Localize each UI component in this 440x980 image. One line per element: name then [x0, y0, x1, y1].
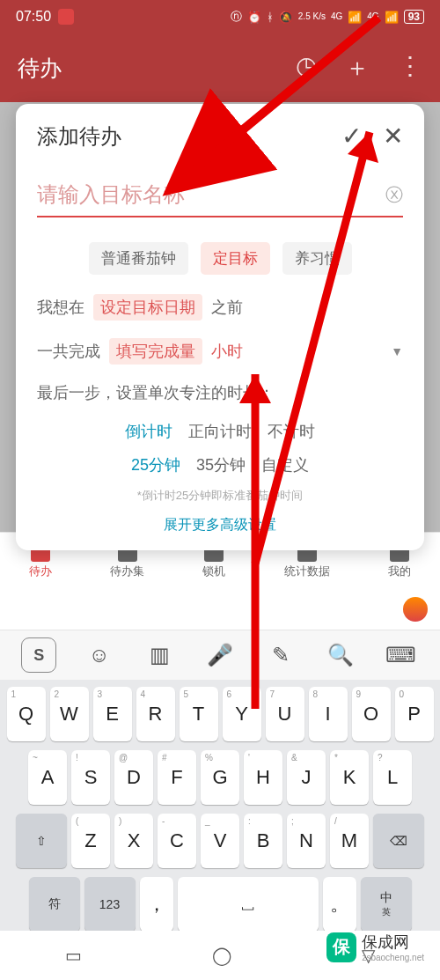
amount-token[interactable]: 填写完成量: [109, 338, 202, 365]
key-symbols[interactable]: 符: [29, 877, 80, 932]
ime-toolbar: S ☺ ▥ 🎤 ✎ 🔍 ⌨: [0, 630, 440, 680]
key-q[interactable]: 1Q: [7, 687, 46, 741]
mode-countup[interactable]: 正向计时: [188, 421, 252, 442]
bluetooth-icon: ᚼ: [267, 11, 274, 24]
key-e[interactable]: 3E: [93, 687, 132, 741]
add-icon[interactable]: ＋: [345, 51, 370, 85]
hint-text: *倒计时25分钟即标准番茄钟时间: [37, 488, 403, 504]
handwrite-icon[interactable]: ✎: [263, 637, 298, 673]
key-w[interactable]: 2W: [50, 687, 89, 741]
key-n[interactable]: ;N: [287, 814, 326, 868]
duration-row: 25分钟 35分钟 自定义: [37, 454, 403, 475]
net-speed: 2.5 K/s: [298, 12, 326, 21]
key-period[interactable]: 。: [323, 877, 356, 932]
key-s[interactable]: !S: [71, 750, 110, 805]
clear-icon[interactable]: ⓧ: [385, 183, 403, 207]
unit-select[interactable]: 小时: [211, 341, 243, 362]
signal-1: 4G: [331, 12, 342, 21]
add-todo-dialog: 添加待办 ✓ ✕ 请输入目标名称 ⓧ 普通番茄钟 定目标 养习惯 我想在 设定目…: [16, 104, 424, 550]
type-selector: 普通番茄钟 定目标 养习惯: [37, 242, 403, 275]
key-o[interactable]: 9O: [352, 687, 391, 741]
status-icons: ⓝ ⏰ ᚼ 🔕 2.5 K/s 4G 📶 4G 📶 93: [231, 9, 424, 25]
signal-bars-1-icon: 📶: [348, 11, 362, 24]
key-z[interactable]: (Z: [71, 814, 110, 868]
key-a[interactable]: ~A: [28, 750, 67, 805]
soft-keyboard: 1Q2W3E4R5T6Y7U8I9O0P ~A!S@D#F%G'H&J*K?L …: [0, 680, 440, 944]
type-habit[interactable]: 养习惯: [282, 242, 352, 275]
mute-icon: 🔕: [279, 11, 293, 24]
type-pomodoro[interactable]: 普通番茄钟: [89, 242, 188, 275]
expand-advanced[interactable]: 展开更多高级设置: [37, 516, 403, 534]
deadline-line: 我想在 设定目标日期 之前: [37, 294, 403, 321]
key-u[interactable]: 7U: [266, 687, 304, 741]
dur-custom[interactable]: 自定义: [261, 454, 309, 475]
search-icon[interactable]: 🔍: [323, 637, 358, 673]
key-c[interactable]: -C: [158, 814, 196, 868]
clipboard-icon[interactable]: ▥: [142, 637, 177, 673]
amount-line: 一共完成 填写完成量 小时 ▼: [37, 338, 403, 365]
step-label: 最后一步，设置单次专注的时长：: [37, 382, 403, 403]
sogou-logo-icon[interactable]: S: [21, 637, 56, 673]
key-space[interactable]: ⎵: [178, 877, 319, 932]
mode-none[interactable]: 不计时: [268, 421, 315, 442]
app-header: 待办 ◷ ＋ ⋮: [0, 33, 440, 102]
keyboard-settings-icon[interactable]: ⌨: [384, 637, 419, 673]
key-l[interactable]: ?L: [373, 750, 412, 805]
watermark-url: zsbaocheng.net: [362, 953, 424, 962]
mode-countdown[interactable]: 倒计时: [125, 421, 172, 442]
battery-level: 93: [404, 10, 424, 24]
ime-avatar-icon[interactable]: [403, 597, 428, 622]
alarm-icon: ⏰: [247, 11, 261, 24]
key-f[interactable]: #F: [158, 750, 196, 805]
key-backspace[interactable]: ⌫: [373, 814, 424, 868]
key-g[interactable]: %G: [201, 750, 239, 805]
key-x[interactable]: )X: [114, 814, 153, 868]
key-y[interactable]: 6Y: [223, 687, 261, 741]
ime-candidate-bar: [0, 588, 440, 630]
dur-35[interactable]: 35分钟: [196, 454, 246, 475]
more-icon[interactable]: ⋮: [398, 51, 422, 85]
watermark-text: 保成网: [362, 932, 424, 953]
key-d[interactable]: @D: [114, 750, 153, 805]
status-time: 07:50: [16, 9, 51, 25]
key-r[interactable]: 4R: [136, 687, 175, 741]
sys-recent[interactable]: ▭: [65, 945, 82, 966]
history-icon[interactable]: ◷: [296, 51, 317, 85]
key-language[interactable]: 中英: [361, 877, 412, 932]
key-m[interactable]: /M: [330, 814, 369, 868]
key-v[interactable]: _V: [201, 814, 239, 868]
emoji-icon[interactable]: ☺: [82, 637, 117, 673]
signal-bars-2-icon: 📶: [385, 11, 399, 24]
watermark-badge-icon: 保: [326, 932, 356, 962]
signal-2: 4G: [367, 12, 378, 21]
sys-home[interactable]: ◯: [212, 945, 231, 966]
chevron-down-icon[interactable]: ▼: [391, 344, 403, 358]
key-i[interactable]: 8I: [309, 687, 348, 741]
close-button[interactable]: ✕: [383, 122, 403, 151]
timer-mode-row: 倒计时 正向计时 不计时: [37, 421, 403, 442]
watermark: 保 保成网 zsbaocheng.net: [319, 928, 431, 966]
dur-25[interactable]: 25分钟: [131, 454, 180, 475]
key-numbers[interactable]: 123: [84, 877, 136, 932]
goal-name-input[interactable]: 请输入目标名称 ⓧ: [37, 173, 403, 217]
notification-icon: [58, 9, 74, 25]
nfc-icon: ⓝ: [231, 9, 242, 25]
key-t[interactable]: 5T: [180, 687, 218, 741]
key-comma[interactable]: ，: [140, 877, 173, 932]
type-goal[interactable]: 定目标: [201, 242, 270, 275]
key-k[interactable]: *K: [330, 750, 369, 805]
key-j[interactable]: &J: [287, 750, 326, 805]
deadline-token[interactable]: 设定目标日期: [93, 294, 202, 321]
page-title: 待办: [18, 54, 296, 83]
confirm-button[interactable]: ✓: [341, 122, 362, 151]
dialog-title: 添加待办: [37, 122, 341, 151]
key-shift[interactable]: ⇧: [16, 814, 67, 868]
status-bar: 07:50 ⓝ ⏰ ᚼ 🔕 2.5 K/s 4G 📶 4G 📶 93: [0, 0, 440, 33]
input-placeholder: 请输入目标名称: [37, 181, 385, 209]
key-p[interactable]: 0P: [395, 687, 434, 741]
key-h[interactable]: 'H: [244, 750, 282, 805]
voice-icon[interactable]: 🎤: [202, 637, 238, 673]
key-b[interactable]: :B: [244, 814, 282, 868]
